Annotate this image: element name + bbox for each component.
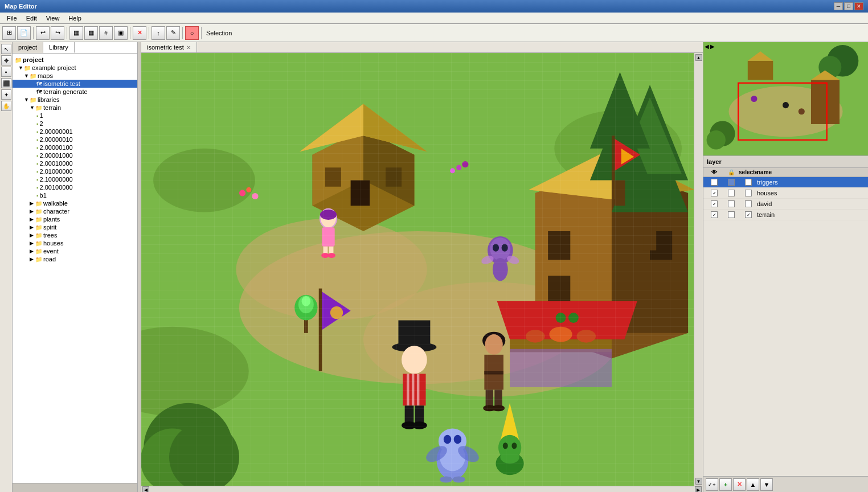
tree-isometric-test[interactable]: 🗺 isometric test	[13, 80, 137, 88]
tab-library[interactable]: Library	[43, 42, 75, 53]
menu-edit[interactable]: Edit	[22, 14, 42, 23]
minimap-left-arrow[interactable]: ◀	[705, 43, 709, 50]
tree-walkable[interactable]: ▶ 📁 walkable	[13, 199, 137, 207]
houses-select[interactable]	[740, 190, 757, 196]
grid-button-2[interactable]: ▦	[84, 26, 98, 40]
triggers-name: triggers	[757, 179, 866, 186]
david-lock[interactable]	[723, 200, 740, 207]
minimize-button[interactable]: ─	[834, 2, 843, 10]
select-check-terrain[interactable]	[745, 211, 752, 218]
tree-terrain[interactable]: ▼ 📁 terrain	[13, 104, 137, 112]
tree-character[interactable]: ▶ 📁 character	[13, 207, 137, 215]
tree-trees[interactable]: ▶ 📁 trees	[13, 231, 137, 239]
random-button[interactable]: ○	[185, 26, 199, 40]
tree-t1[interactable]: ▪ 1	[13, 112, 137, 120]
houses-lock[interactable]	[723, 190, 740, 196]
visible-check-terrain[interactable]	[711, 211, 718, 218]
tree-example-project[interactable]: ▼ 📁 example project	[13, 64, 137, 72]
tree-b1[interactable]: ▪ b1	[13, 191, 137, 199]
tree-t200000001[interactable]: ▪ 2.00000001	[13, 128, 137, 136]
lock-check-david[interactable]	[728, 200, 735, 207]
david-visible[interactable]	[706, 200, 723, 207]
grid-button-1[interactable]: ▦	[69, 26, 83, 40]
tree-libraries[interactable]: ▼ 📁 libraries	[13, 96, 137, 104]
toolbar-sep-3	[130, 27, 130, 39]
visible-check-triggers[interactable]	[711, 179, 718, 186]
hash-button[interactable]: #	[99, 26, 113, 40]
stamp-tool[interactable]: ▪	[1, 67, 11, 77]
tree-t210000000[interactable]: ▪ 2.10000000	[13, 175, 137, 183]
tree-scrollbar[interactable]	[13, 483, 137, 492]
map-icon: 🗺	[36, 81, 42, 87]
tree-t200000010[interactable]: ▪ 2.00000010	[13, 136, 137, 144]
pick-tool[interactable]: ✦	[1, 89, 11, 100]
layer-row-david[interactable]: david	[703, 199, 868, 210]
lock-check-triggers[interactable]	[728, 179, 735, 186]
lock-check-terrain[interactable]	[728, 211, 735, 218]
tree-t201000000[interactable]: ▪ 2.01000000	[13, 167, 137, 175]
tree-t2[interactable]: ▪ 2	[13, 120, 137, 128]
menu-file[interactable]: File	[2, 14, 22, 23]
tree-road[interactable]: ▶ 📁 road	[13, 255, 137, 263]
map-vscroll[interactable]: ▲ ▼	[694, 53, 703, 486]
layer-row-triggers[interactable]: triggers	[703, 177, 868, 188]
tree-t200001000[interactable]: ▪ 2.00001000	[13, 151, 137, 159]
vscroll-down[interactable]: ▼	[695, 478, 702, 485]
visible-check-david[interactable]	[711, 200, 718, 207]
visible-check-houses[interactable]	[711, 190, 718, 196]
new-map-button[interactable]: ⊞	[2, 26, 16, 40]
add-layer-button[interactable]: +	[719, 478, 732, 491]
hand-tool[interactable]: ✋	[1, 101, 11, 111]
tree-event[interactable]: ▶ 📁 event	[13, 247, 137, 255]
tree-maps[interactable]: ▼ 📁 maps	[13, 72, 137, 80]
undo-button[interactable]: ↩	[36, 26, 50, 40]
david-select[interactable]	[740, 200, 757, 207]
menu-view[interactable]: View	[42, 14, 64, 23]
move-layer-down-button[interactable]: ▼	[760, 478, 773, 491]
delete-button[interactable]: ✕	[133, 26, 146, 40]
vscroll-up[interactable]: ▲	[695, 54, 702, 61]
tree-plants[interactable]: ▶ 📁 plants	[13, 215, 137, 223]
layer-row-houses[interactable]: houses	[703, 188, 868, 199]
maximize-button[interactable]: □	[844, 2, 853, 10]
open-button[interactable]: 📄	[17, 26, 31, 40]
select-tool[interactable]: ↖	[1, 44, 11, 54]
delete-layer-button[interactable]: ✕	[733, 478, 746, 491]
move-layer-up-button[interactable]: ▲	[747, 478, 759, 491]
map-canvas[interactable]	[141, 53, 694, 486]
eraser-button[interactable]: ✎	[166, 26, 180, 40]
map-tab-close[interactable]: ✕	[186, 44, 191, 51]
houses-visible[interactable]	[706, 190, 723, 196]
tree-t200010000[interactable]: ▪ 2.00010000	[13, 159, 137, 167]
lock-check-houses[interactable]	[728, 190, 735, 196]
map-hscroll[interactable]: ◀ ▶	[141, 486, 703, 492]
tree-terrain-generate[interactable]: 🗺 terrain generate	[13, 88, 137, 96]
terrain-select[interactable]	[740, 211, 757, 218]
minimap-right-arrow[interactable]: ▶	[710, 43, 715, 50]
cursor-button[interactable]: ↑	[152, 26, 165, 40]
close-button[interactable]: ✕	[854, 2, 863, 10]
hscroll-left[interactable]: ◀	[142, 486, 149, 492]
select-check-triggers[interactable]	[745, 179, 752, 186]
redo-button[interactable]: ↪	[51, 26, 64, 40]
tab-project[interactable]: project	[13, 42, 43, 53]
move-tool[interactable]: ✥	[1, 55, 11, 65]
map-tab-isometric-test[interactable]: isometric test ✕	[141, 42, 197, 52]
hscroll-right[interactable]: ▶	[695, 486, 702, 492]
tree-t200000100[interactable]: ▪ 2.00000100	[13, 144, 137, 151]
tree-t200100000[interactable]: ▪ 2.00100000	[13, 183, 137, 191]
menu-help[interactable]: Help	[64, 14, 86, 23]
triggers-visible[interactable]	[706, 179, 723, 186]
stamp-button[interactable]: ▣	[114, 26, 128, 40]
tree-spirit[interactable]: ▶ 📁 spirit	[13, 223, 137, 231]
triggers-lock[interactable]	[723, 179, 740, 186]
tree-houses[interactable]: ▶ 📁 houses	[13, 239, 137, 247]
triggers-select[interactable]	[740, 179, 757, 186]
terrain-lock[interactable]	[723, 211, 740, 218]
layer-row-terrain[interactable]: terrain	[703, 210, 868, 220]
terrain-visible[interactable]	[706, 211, 723, 218]
select-check-david[interactable]	[745, 200, 752, 207]
check-add-button[interactable]: ✓+	[706, 478, 718, 491]
select-check-houses[interactable]	[745, 190, 752, 196]
fill-tool[interactable]: ⬛	[1, 78, 11, 88]
